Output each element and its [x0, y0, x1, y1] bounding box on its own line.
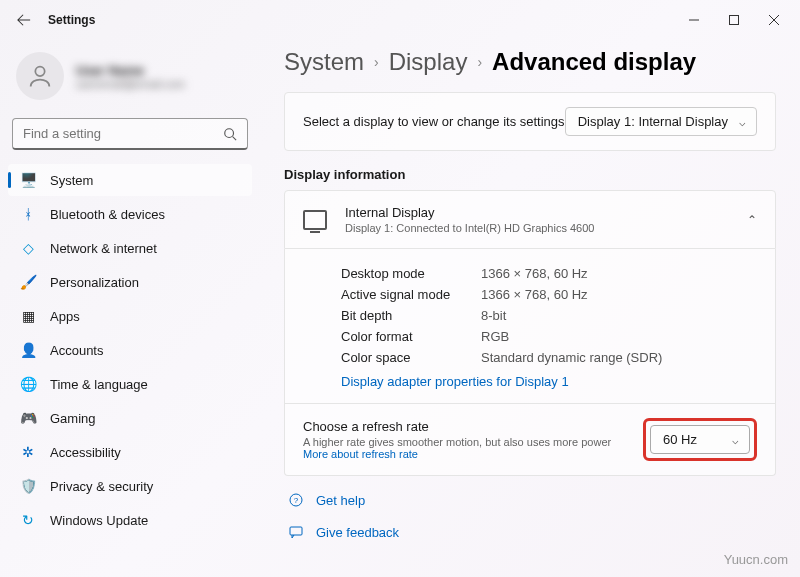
search-box[interactable] — [12, 118, 248, 150]
breadcrumb-system[interactable]: System — [284, 48, 364, 76]
sidebar-item-label: System — [50, 173, 93, 188]
info-row: Color formatRGB — [341, 326, 757, 347]
sidebar-item-network[interactable]: ◇Network & internet — [8, 232, 252, 264]
refresh-title: Choose a refresh rate — [303, 419, 627, 434]
monitor-icon — [303, 210, 327, 230]
maximize-button[interactable] — [716, 6, 752, 34]
refresh-rate-dropdown[interactable]: 60 Hz — [650, 425, 750, 454]
info-row: Desktop mode1366 × 768, 60 Hz — [341, 263, 757, 284]
watermark: Yuucn.com — [724, 552, 788, 567]
chevron-right-icon: › — [374, 54, 379, 70]
sidebar-item-personalization[interactable]: 🖌️Personalization — [8, 266, 252, 298]
info-row: Bit depth8-bit — [341, 305, 757, 326]
sidebar-item-apps[interactable]: ▦Apps — [8, 300, 252, 332]
svg-rect-1 — [730, 16, 739, 25]
profile-name: User Name — [76, 63, 185, 78]
help-icon: ? — [288, 492, 304, 508]
arrow-left-icon — [17, 13, 31, 27]
back-button[interactable] — [8, 4, 40, 36]
profile-text: User Name useremail@email.com — [76, 63, 185, 90]
chevron-up-icon: ⌃ — [747, 213, 757, 227]
sidebar-item-label: Windows Update — [50, 513, 148, 528]
display-info-header[interactable]: Internal Display Display 1: Connected to… — [284, 190, 776, 249]
give-feedback-link[interactable]: Give feedback — [316, 525, 399, 540]
sidebar-item-gaming[interactable]: 🎮Gaming — [8, 402, 252, 434]
sidebar-item-update[interactable]: ↻Windows Update — [8, 504, 252, 536]
update-icon: ↻ — [20, 512, 36, 528]
refresh-rate-card: Choose a refresh rate A higher rate give… — [284, 404, 776, 476]
window-title: Settings — [48, 13, 95, 27]
select-display-card: Select a display to view or change its s… — [284, 92, 776, 151]
breadcrumb: System › Display › Advanced display — [284, 48, 776, 76]
breadcrumb-display[interactable]: Display — [389, 48, 468, 76]
info-row: Color spaceStandard dynamic range (SDR) — [341, 347, 757, 368]
svg-line-6 — [233, 136, 237, 140]
minimize-icon — [689, 15, 699, 25]
sidebar-item-label: Accounts — [50, 343, 103, 358]
clock-icon: 🌐 — [20, 376, 36, 392]
get-help-link[interactable]: Get help — [316, 493, 365, 508]
profile-email: useremail@email.com — [76, 78, 185, 90]
sidebar-item-label: Personalization — [50, 275, 139, 290]
titlebar: Settings — [0, 0, 800, 40]
section-heading: Display information — [284, 167, 776, 182]
svg-point-5 — [225, 128, 234, 137]
bluetooth-icon: ᚼ — [20, 206, 36, 222]
close-button[interactable] — [756, 6, 792, 34]
sidebar-item-privacy[interactable]: 🛡️Privacy & security — [8, 470, 252, 502]
sidebar-item-label: Apps — [50, 309, 80, 324]
sidebar-item-accounts[interactable]: 👤Accounts — [8, 334, 252, 366]
window-controls — [676, 6, 792, 34]
shield-icon: 🛡️ — [20, 478, 36, 494]
sidebar-item-label: Network & internet — [50, 241, 157, 256]
system-icon: 🖥️ — [20, 172, 36, 188]
display-dropdown[interactable]: Display 1: Internal Display — [565, 107, 757, 136]
refresh-highlight: 60 Hz — [643, 418, 757, 461]
display-name: Internal Display — [345, 205, 594, 220]
page-title: Advanced display — [492, 48, 696, 76]
refresh-description: A higher rate gives smoother motion, but… — [303, 436, 627, 460]
brush-icon: 🖌️ — [20, 274, 36, 290]
sidebar-item-bluetooth[interactable]: ᚼBluetooth & devices — [8, 198, 252, 230]
sidebar-item-label: Bluetooth & devices — [50, 207, 165, 222]
avatar — [16, 52, 64, 100]
get-help-row[interactable]: ? Get help — [284, 492, 776, 508]
more-refresh-link[interactable]: More about refresh rate — [303, 448, 418, 460]
accessibility-icon: ✲ — [20, 444, 36, 460]
svg-text:?: ? — [294, 496, 299, 505]
sidebar-item-accessibility[interactable]: ✲Accessibility — [8, 436, 252, 468]
sidebar-item-label: Time & language — [50, 377, 148, 392]
wifi-icon: ◇ — [20, 240, 36, 256]
display-connection: Display 1: Connected to Intel(R) HD Grap… — [345, 222, 594, 234]
accounts-icon: 👤 — [20, 342, 36, 358]
apps-icon: ▦ — [20, 308, 36, 324]
person-icon — [26, 62, 54, 90]
close-icon — [769, 15, 779, 25]
svg-rect-9 — [290, 527, 302, 535]
main-content: System › Display › Advanced display Sele… — [260, 40, 800, 577]
chevron-right-icon: › — [477, 54, 482, 70]
give-feedback-row[interactable]: Give feedback — [284, 524, 776, 540]
search-icon — [223, 127, 237, 141]
sidebar-item-system[interactable]: 🖥️System — [8, 164, 252, 196]
gaming-icon: 🎮 — [20, 410, 36, 426]
feedback-icon — [288, 524, 304, 540]
display-info-details: Desktop mode1366 × 768, 60 Hz Active sig… — [284, 249, 776, 404]
sidebar-item-label: Privacy & security — [50, 479, 153, 494]
minimize-button[interactable] — [676, 6, 712, 34]
adapter-properties-link[interactable]: Display adapter properties for Display 1 — [341, 368, 757, 389]
sidebar-item-label: Gaming — [50, 411, 96, 426]
search-input[interactable] — [23, 126, 223, 141]
profile-section[interactable]: User Name useremail@email.com — [8, 48, 252, 112]
sidebar: User Name useremail@email.com 🖥️System ᚼ… — [0, 40, 260, 577]
select-display-label: Select a display to view or change its s… — [303, 114, 565, 129]
sidebar-item-time[interactable]: 🌐Time & language — [8, 368, 252, 400]
sidebar-item-label: Accessibility — [50, 445, 121, 460]
svg-point-4 — [35, 67, 44, 76]
maximize-icon — [729, 15, 739, 25]
info-row: Active signal mode1366 × 768, 60 Hz — [341, 284, 757, 305]
